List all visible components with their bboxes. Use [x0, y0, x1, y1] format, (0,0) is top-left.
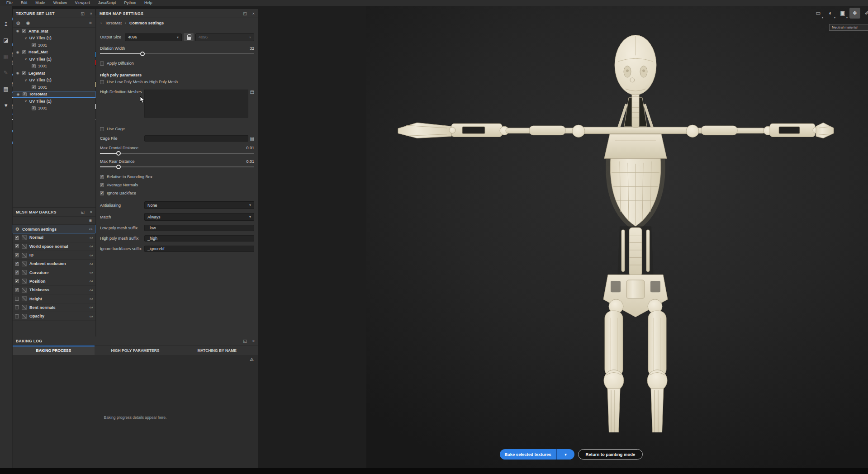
- uv-tile-row[interactable]: ✓ 1001: [13, 84, 95, 91]
- link-icon[interactable]: ∾: [90, 244, 93, 249]
- breadcrumb-common-settings[interactable]: Common settings: [129, 21, 164, 25]
- file-browse-icon[interactable]: ▤: [250, 136, 254, 141]
- baker-row[interactable]: ✓ Thickness ∾: [13, 286, 95, 294]
- menu-window[interactable]: Window: [49, 0, 71, 6]
- uv-tiles-row[interactable]: ∨ UV Tiles (1): [13, 56, 95, 63]
- close-icon[interactable]: ×: [252, 11, 255, 16]
- slider-handle[interactable]: [116, 151, 121, 156]
- relative-bbox-row[interactable]: ✓ Relative to Bounding Box: [100, 175, 254, 179]
- menu-viewport[interactable]: Viewport: [71, 0, 94, 6]
- max-frontal-slider[interactable]: [100, 151, 254, 156]
- lock-ratio-button[interactable]: [184, 33, 194, 41]
- popout-icon[interactable]: ◱: [243, 11, 247, 16]
- link-icon[interactable]: ∾: [90, 235, 93, 240]
- paint-mode-icon[interactable]: ◪: [3, 38, 8, 43]
- apply-diffusion-row[interactable]: Apply Diffusion: [100, 61, 254, 66]
- average-normals-row[interactable]: ✓ Average Normals: [100, 183, 254, 187]
- checkbox[interactable]: ✓: [22, 50, 26, 54]
- menu-file[interactable]: File: [2, 0, 17, 6]
- baker-row[interactable]: ✓ Ambient occlusion ∾: [13, 260, 95, 268]
- export-icon[interactable]: ↥: [4, 21, 8, 27]
- use-cage-row[interactable]: Use Cage: [100, 127, 254, 131]
- menu-python[interactable]: Python: [120, 0, 140, 6]
- dilation-width-slider[interactable]: [100, 52, 254, 56]
- baker-row[interactable]: Height ∾: [13, 294, 95, 303]
- output-size-dropdown[interactable]: 4096 ▾: [125, 33, 182, 41]
- checkbox[interactable]: ✓: [22, 71, 26, 75]
- baker-row[interactable]: ✓ ID ∾: [13, 251, 95, 260]
- menu-edit[interactable]: Edit: [17, 0, 32, 6]
- baker-checkbox[interactable]: ✓: [15, 244, 19, 248]
- cage-file-input[interactable]: [144, 135, 248, 142]
- uv-tiles-row[interactable]: ∨ UV Tiles (1): [13, 98, 95, 105]
- material-sphere-button[interactable]: ◐ ▾: [825, 8, 836, 19]
- use-cage-checkbox[interactable]: [100, 127, 104, 131]
- baker-checkbox[interactable]: [15, 305, 19, 309]
- uv-tiles-row[interactable]: ∨ UV Tiles (1): [13, 77, 95, 84]
- link-icon[interactable]: ∾: [90, 279, 93, 284]
- close-icon[interactable]: ×: [252, 339, 255, 343]
- texture-set-row[interactable]: ◉ ✓ Arms_Mat: [13, 28, 95, 35]
- baker-checkbox[interactable]: ✓: [15, 236, 19, 240]
- texture-set-row-selected[interactable]: ◉ ✓ TorsoMat: [13, 91, 95, 98]
- checkbox[interactable]: ✓: [32, 43, 36, 47]
- use-low-as-high-row[interactable]: Use Low Poly Mesh as High Poly Mesh: [100, 80, 254, 84]
- uv-tile-row[interactable]: ✓ 1001: [13, 63, 95, 70]
- checkbox[interactable]: ✓: [23, 92, 27, 96]
- tree-open-icon[interactable]: ∨: [24, 78, 27, 82]
- file-browse-icon[interactable]: ▤: [250, 90, 254, 95]
- slider-handle[interactable]: [116, 165, 121, 169]
- link-icon[interactable]: ∾: [90, 261, 93, 266]
- document-icon[interactable]: ▤: [3, 86, 8, 92]
- tree-open-icon[interactable]: ∨: [24, 99, 27, 103]
- tree-open-icon[interactable]: ∨: [24, 57, 27, 61]
- display-settings-button[interactable]: ▭ ▾: [813, 8, 824, 19]
- ignore-suffix-input[interactable]: _ignorebf: [144, 246, 254, 252]
- breadcrumb-texture-set[interactable]: TorsoMat: [105, 21, 122, 25]
- baker-row-common-settings[interactable]: ⚙ Common settings ∾: [13, 225, 95, 233]
- pen-button[interactable]: ✐: [862, 8, 868, 19]
- close-icon[interactable]: ×: [90, 11, 92, 16]
- baker-checkbox[interactable]: [15, 314, 19, 318]
- tab-high-poly-parameters[interactable]: HIGH POLY PARAMETERS: [95, 346, 176, 355]
- match-dropdown[interactable]: Always ▾: [144, 213, 254, 221]
- texture-set-row[interactable]: ◉ ✓ LegsMat: [13, 70, 95, 77]
- menu-javascript[interactable]: JavaScript: [94, 0, 120, 6]
- max-rear-slider[interactable]: [100, 165, 254, 169]
- link-icon[interactable]: ∾: [90, 296, 93, 301]
- bake-selected-textures-button[interactable]: Bake selected textures: [500, 449, 556, 460]
- slider-handle[interactable]: [140, 52, 145, 56]
- ignore-backface-checkbox[interactable]: ✓: [100, 191, 104, 195]
- menu-mode[interactable]: Mode: [31, 0, 49, 6]
- warning-icon[interactable]: ⚠: [250, 357, 254, 362]
- bake-options-dropdown-button[interactable]: ▾: [556, 449, 574, 460]
- popout-icon[interactable]: ◱: [81, 210, 85, 214]
- close-icon[interactable]: ×: [90, 210, 92, 214]
- baker-checkbox[interactable]: [15, 297, 19, 301]
- uv-view-icon[interactable]: ◍: [16, 20, 20, 25]
- popout-icon[interactable]: ◱: [243, 339, 247, 343]
- use-low-as-high-checkbox[interactable]: [100, 80, 104, 84]
- link-icon[interactable]: ∾: [90, 305, 93, 310]
- link-icon[interactable]: ∾: [90, 314, 93, 319]
- low-suffix-input[interactable]: _low: [144, 225, 254, 231]
- checkbox[interactable]: ✓: [32, 64, 36, 68]
- baker-checkbox[interactable]: ✓: [15, 270, 19, 275]
- average-normals-checkbox[interactable]: ✓: [100, 183, 104, 187]
- link-icon[interactable]: ∾: [89, 227, 93, 232]
- high-suffix-input[interactable]: _high: [144, 235, 254, 242]
- baker-row[interactable]: ✓ World space normal ∾: [13, 242, 95, 251]
- tab-baking-process[interactable]: BAKING PROCESS: [13, 346, 95, 355]
- filter-icon[interactable]: ≡: [89, 218, 92, 223]
- baker-row[interactable]: ✓ Position ∾: [13, 277, 95, 286]
- tab-matching-by-name[interactable]: MATCHING BY NAME: [176, 346, 258, 355]
- checkbox[interactable]: ✓: [32, 106, 36, 110]
- eye-icon[interactable]: ◉: [15, 29, 20, 33]
- uv-tiles-row[interactable]: ∨ UV Tiles (1): [13, 35, 95, 42]
- eye-icon[interactable]: ◉: [15, 50, 20, 54]
- ignore-backface-row[interactable]: ✓ Ignore Backface: [100, 191, 254, 195]
- shelf-icon[interactable]: ♥: [4, 103, 7, 108]
- link-icon[interactable]: ∾: [90, 288, 93, 293]
- tree-open-icon[interactable]: ∨: [24, 36, 27, 40]
- texture-set-row[interactable]: ◉ ✓ Head_Mat: [13, 49, 95, 56]
